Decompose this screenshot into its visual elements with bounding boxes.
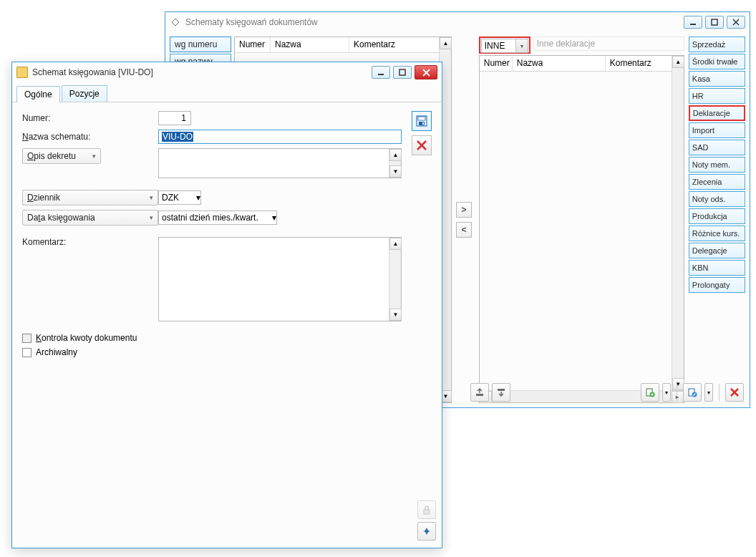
field-numer[interactable]: 1 xyxy=(158,111,191,125)
scroll-up-icon[interactable]: ▲ xyxy=(389,149,402,161)
divider xyxy=(719,384,719,401)
nav-noty-mem-[interactable]: Noty mem. xyxy=(689,157,745,173)
new-dropdown-arrow[interactable]: ▾ xyxy=(662,383,671,402)
move-right-button[interactable]: > xyxy=(456,202,472,218)
edit-blue-button[interactable] xyxy=(683,383,702,402)
type-dropdown-value: INNE xyxy=(482,41,515,51)
label-data-ksiegowania[interactable]: Data księgowania▾ xyxy=(22,210,158,226)
move-left-button[interactable]: < xyxy=(456,222,472,238)
label-dziennik[interactable]: Dziennik▾ xyxy=(22,190,158,205)
nav-produkcja[interactable]: Produkcja xyxy=(689,208,745,224)
delete-red-button[interactable] xyxy=(725,383,744,402)
right-grid: Numer Nazwa Komentarz ▲ ▼ ◂ ▸ xyxy=(479,55,684,403)
schema-dialog: Schemat księgowania [VIU-DO] Ogólne Pozy… xyxy=(11,62,442,548)
chevron-down-icon[interactable]: ▾ xyxy=(515,39,528,52)
label-numer: Numer: xyxy=(22,113,158,123)
label-archiwalny: Archiwalny xyxy=(36,347,77,357)
right-grid-rows[interactable]: Numer Nazwa Komentarz xyxy=(480,56,672,390)
chevron-down-icon: ▾ xyxy=(150,214,153,221)
svg-rect-3 xyxy=(498,389,505,391)
svg-rect-14 xyxy=(424,510,430,514)
left-col-numer[interactable]: Numer xyxy=(235,37,271,52)
delete-button[interactable] xyxy=(412,135,432,155)
chevron-down-icon[interactable]: ▾ xyxy=(196,193,200,203)
svg-rect-9 xyxy=(399,69,405,75)
tab-ogolne[interactable]: Ogólne xyxy=(16,86,60,102)
nav-zlecenia[interactable]: Zlecenia xyxy=(689,174,745,190)
right-panel: INNE ▾ Inne deklaracje Numer Nazwa Komen… xyxy=(479,37,684,403)
svg-rect-0 xyxy=(690,24,696,25)
scroll-up-icon[interactable]: ▲ xyxy=(389,238,402,250)
type-dropdown[interactable]: INNE ▾ xyxy=(481,39,528,53)
scroll-up-icon[interactable]: ▲ xyxy=(672,56,684,68)
nav-deklaracje[interactable]: Deklaracje xyxy=(689,105,745,121)
new-green-button[interactable] xyxy=(641,383,659,402)
svg-rect-1 xyxy=(712,19,717,25)
lock-button[interactable] xyxy=(417,500,436,519)
field-nazwa-schematu[interactable]: VIU-DO xyxy=(158,130,402,144)
chevron-down-icon[interactable]: ▾ xyxy=(272,213,276,223)
dialog-title: Schemat księgowania [VIU-DO] xyxy=(32,67,369,77)
field-opis-dekretu[interactable]: ▲▼ xyxy=(158,148,402,178)
import-down-button[interactable] xyxy=(492,383,510,402)
right-col-komentarz[interactable]: Komentarz xyxy=(606,56,672,71)
nav-r-nice-kurs-[interactable]: Różnice kurs. xyxy=(689,226,745,241)
nav-sprzeda-[interactable]: Sprzedaż xyxy=(689,37,745,52)
main-title: Schematy księgowań dokumentów xyxy=(185,17,681,27)
scroll-down-icon[interactable]: ▼ xyxy=(389,309,402,321)
nav-noty-ods-[interactable]: Noty ods. xyxy=(689,191,745,207)
chevron-down-icon: ▾ xyxy=(92,152,96,160)
svg-rect-11 xyxy=(418,117,425,120)
right-col-nazwa[interactable]: Nazwa xyxy=(513,56,606,71)
scroll-up-icon[interactable]: ▲ xyxy=(440,37,452,49)
left-col-nazwa[interactable]: Nazwa xyxy=(271,37,349,52)
svg-rect-8 xyxy=(378,74,384,75)
scroll-down-icon[interactable]: ▼ xyxy=(389,165,402,178)
field-dziennik[interactable]: DZK ▾ xyxy=(158,190,201,205)
nav-hr[interactable]: HR xyxy=(689,88,745,104)
nav-prolongaty[interactable]: Prolongaty xyxy=(689,277,745,293)
label-nazwa-schematu: Nazwa schematu: xyxy=(22,132,158,142)
main-titlebar: Schematy księgowań dokumentów xyxy=(165,12,750,32)
label-kontrola-kwoty: Kontrola kwoty dokumentu xyxy=(36,333,137,343)
nav--rodki-trwa-e[interactable]: Środki trwałe xyxy=(689,54,745,69)
mid-buttons: > < xyxy=(456,37,475,403)
export-up-button[interactable] xyxy=(470,383,489,402)
type-description: Inne deklaracje xyxy=(533,37,684,51)
save-button[interactable] xyxy=(412,111,432,131)
nav-import[interactable]: Import xyxy=(689,122,745,138)
nav-kbn[interactable]: KBN xyxy=(689,260,745,276)
nav-sad[interactable]: SAD xyxy=(689,140,745,155)
maximize-button[interactable] xyxy=(705,16,724,29)
left-col-komentarz[interactable]: Komentarz xyxy=(349,37,439,52)
sort-wg-numeru[interactable]: wg numeru xyxy=(170,37,231,52)
nav-delegacje[interactable]: Delegacje xyxy=(689,243,745,258)
field-data-ksiegowania[interactable]: ostatni dzień mies./kwart. ▾ xyxy=(158,210,277,225)
app-icon xyxy=(170,16,181,28)
dialog-close-button[interactable] xyxy=(415,65,437,79)
label-komentarz: Komentarz: xyxy=(22,237,158,247)
close-main-button[interactable] xyxy=(727,16,745,29)
chevron-down-icon: ▾ xyxy=(150,194,153,201)
checkbox-kontrola-kwoty[interactable] xyxy=(22,334,32,343)
minimize-button[interactable] xyxy=(684,16,702,29)
type-dropdown-highlight: INNE ▾ xyxy=(479,37,530,54)
divider xyxy=(677,384,677,401)
folder-icon xyxy=(16,67,28,78)
edit-dropdown-arrow[interactable]: ▾ xyxy=(704,383,713,402)
checkbox-archiwalny[interactable] xyxy=(22,348,32,357)
right-grid-vscroll[interactable]: ▲ ▼ xyxy=(672,56,684,390)
label-opis-dekretu[interactable]: Opis dekretu▾ xyxy=(22,148,101,164)
tab-pozycje[interactable]: Pozycje xyxy=(62,85,107,102)
svg-rect-13 xyxy=(422,122,424,125)
pin-button[interactable] xyxy=(417,522,436,541)
dialog-minimize-button[interactable] xyxy=(372,66,390,79)
nav-kasa[interactable]: Kasa xyxy=(689,71,745,87)
field-komentarz[interactable]: ▲▼ xyxy=(158,237,402,321)
dialog-maximize-button[interactable] xyxy=(393,66,412,79)
svg-rect-2 xyxy=(476,394,483,396)
tab-strip: Ogólne Pozycje xyxy=(12,82,442,102)
right-col-numer[interactable]: Numer xyxy=(480,56,513,71)
side-nav: SprzedażŚrodki trwałeKasaHRDeklaracjeImp… xyxy=(689,37,745,403)
dialog-titlebar: Schemat księgowania [VIU-DO] xyxy=(12,62,442,82)
